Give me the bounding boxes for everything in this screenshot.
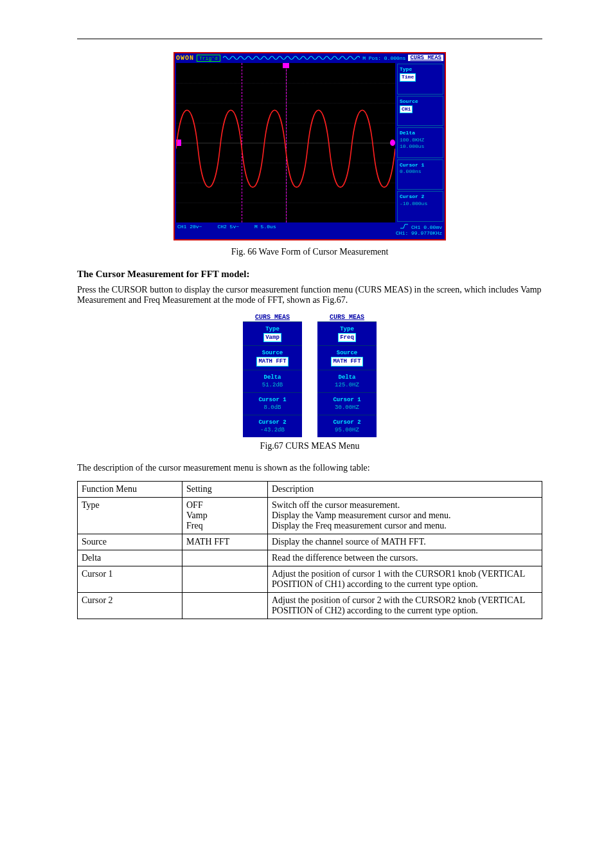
- paragraph-table-intro: The description of the cursor measuremen…: [77, 463, 542, 473]
- waveform-display: [176, 63, 395, 222]
- freq-cursor2: Cursor 2 95.00HZ: [317, 415, 377, 437]
- fft-menu-freq: CURS MEAS Type Freq Source MATH FFT Delt…: [317, 313, 377, 437]
- fft-menu-pair: CURS MEAS Type Vamp Source MATH FFT Delt…: [77, 313, 542, 437]
- vamp-cursor1: Cursor 1 8.0dB: [243, 392, 302, 415]
- menu-type[interactable]: Type Time: [397, 64, 443, 95]
- menu-cursor2: Cursor 2 -10.000us: [397, 191, 443, 222]
- vamp-cursor2: Cursor 2 -43.2dB: [243, 415, 302, 437]
- menu-cursor1: Cursor 1 0.000ns: [397, 159, 443, 190]
- table-row: Cursor 2 Adjust the position of cursor 2…: [78, 593, 542, 619]
- table-row: Cursor 1 Adjust the position of cursor 1…: [78, 566, 542, 593]
- trigger-edge-icon: [400, 224, 408, 229]
- oscilloscope-screenshot: OWON Trig'd M Pos: 0.000ns CURS MEAS: [77, 52, 542, 240]
- vamp-type[interactable]: Type Vamp: [243, 321, 302, 345]
- scope-brand: OWON: [176, 55, 194, 62]
- table-row: Delta Read the difference between the cu…: [78, 550, 542, 566]
- vamp-delta: Delta 51.2dB: [243, 370, 302, 392]
- th-function: Function Menu: [78, 482, 182, 498]
- fft-menu-vamp: CURS MEAS Type Vamp Source MATH FFT Delt…: [243, 313, 302, 437]
- m-position-readout: M Pos: 0.000ns: [362, 55, 405, 61]
- freq-cursor1: Cursor 1 30.00HZ: [317, 392, 377, 415]
- freq-type[interactable]: Type Freq: [317, 321, 377, 345]
- frequency-counter: CH1: 99.9770KHz: [396, 230, 442, 236]
- menu-source[interactable]: Source CH1: [397, 96, 443, 127]
- section-header-fft: The Cursor Measurement for FFT model:: [77, 269, 542, 280]
- menu-delta: Delta 100.0KHZ 10.000us: [397, 127, 443, 158]
- menu-title: CURS MEAS: [408, 55, 443, 61]
- table-row: Source MATH FFT Display the channel sour…: [78, 534, 542, 550]
- paragraph-fft: Press the CURSOR button to display the c…: [77, 285, 542, 305]
- trigger-status: Trig'd: [197, 55, 220, 62]
- freq-delta: Delta 125.0HZ: [317, 370, 377, 392]
- th-description: Description: [268, 482, 542, 498]
- ch1-trace: [176, 63, 395, 234]
- figure-66-caption: Fig. 66 Wave Form of Cursor Measurement: [77, 247, 542, 257]
- sidebar-menu: Type Time Source CH1 Delta 100.0KHZ 10.0…: [396, 62, 445, 223]
- table-header-row: Function Menu Setting Description: [78, 482, 542, 498]
- trigger-waveform-icon: [223, 55, 360, 61]
- cursor-menu-table: Function Menu Setting Description Type O…: [77, 481, 542, 619]
- vamp-source[interactable]: Source MATH FFT: [243, 345, 302, 369]
- th-setting: Setting: [182, 482, 268, 498]
- table-row: Type OFF Vamp Freq Switch off the cursor…: [78, 498, 542, 534]
- figure-67-caption: Fig.67 CURS MEAS Menu: [77, 441, 542, 451]
- trigger-readout: CH1 0.00mv: [411, 224, 442, 230]
- freq-source[interactable]: Source MATH FFT: [317, 345, 377, 369]
